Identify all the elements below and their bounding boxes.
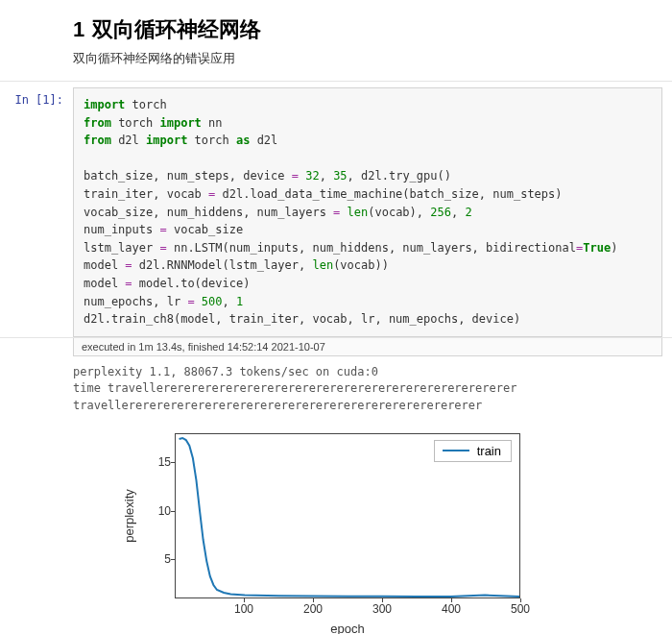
x-tick-label: 500 xyxy=(511,602,530,616)
y-tick-label: 10 xyxy=(152,504,171,518)
x-tick-label: 200 xyxy=(303,602,323,616)
heading-number: 1 xyxy=(73,17,84,41)
output-line: time travellerererererererererererererer… xyxy=(73,381,516,395)
x-axis-label: epoch xyxy=(330,622,364,634)
legend-label: train xyxy=(477,444,501,458)
legend-swatch xyxy=(443,450,469,451)
code-content: import torch from torch import nn from d… xyxy=(84,96,652,329)
heading-text: 双向循环神经网络 xyxy=(92,17,261,41)
chart-legend: train xyxy=(434,440,512,462)
x-tick-label: 300 xyxy=(372,602,392,616)
x-tick-label: 100 xyxy=(234,602,253,616)
y-tick-label: 15 xyxy=(152,455,171,469)
code-input-area[interactable]: import torch from torch import nn from d… xyxy=(73,87,662,337)
code-cell: In [1]: import torch from torch import n… xyxy=(0,81,672,338)
cell-prompt: In [1]: xyxy=(0,87,73,337)
subtitle: 双向循环神经网络的错误应用 xyxy=(73,50,672,67)
y-tick-label: 5 xyxy=(152,552,171,566)
page-title: 1双向循环神经网络 xyxy=(73,15,672,44)
execution-status: executed in 1m 13.4s, finished 14:52:14 … xyxy=(73,338,662,356)
x-tick-label: 400 xyxy=(442,602,461,616)
training-chart: perplexity epoch train 51015100200300400… xyxy=(115,426,557,634)
output-line: travellerererererererererererererererere… xyxy=(73,399,482,412)
cell-output: perplexity 1.1, 88067.3 tokens/sec on cu… xyxy=(73,364,662,414)
y-axis-label: perplexity xyxy=(122,489,136,543)
plot-area: train xyxy=(175,433,520,598)
output-line: perplexity 1.1, 88067.3 tokens/sec on cu… xyxy=(73,365,378,378)
